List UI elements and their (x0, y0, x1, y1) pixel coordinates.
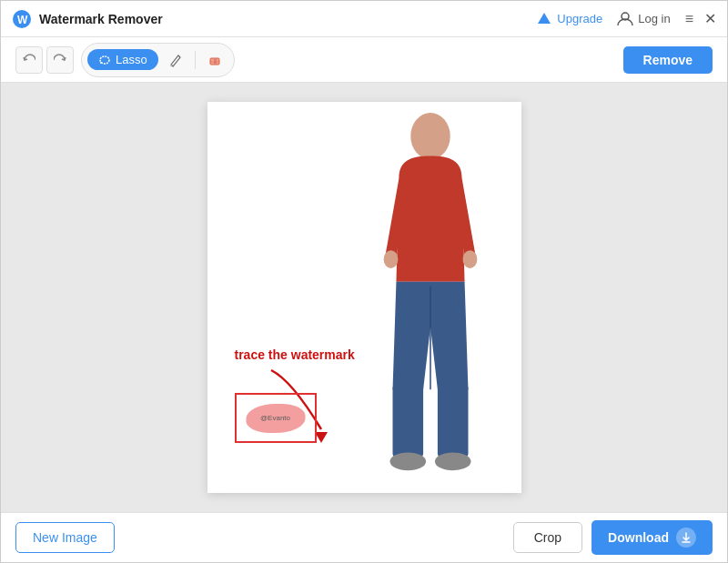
svg-point-14 (389, 452, 426, 470)
bottom-bar: New Image Crop Download (1, 512, 727, 562)
user-icon (617, 11, 633, 27)
close-icon[interactable]: ✕ (704, 12, 716, 26)
menu-icon[interactable]: ≡ (685, 12, 693, 26)
toolbar: Lasso Remove (1, 37, 727, 83)
annotation-text: trace the watermark (235, 347, 355, 362)
window-controls: ≡ ✕ (685, 12, 716, 26)
redo-icon (54, 54, 66, 66)
image-canvas[interactable]: trace the watermark @Evanto (207, 102, 521, 493)
title-right: Upgrade Log in ≡ ✕ (536, 11, 716, 27)
svg-point-10 (383, 250, 398, 268)
new-image-button[interactable]: New Image (15, 522, 115, 553)
watermark-selection-box: @Evanto (235, 393, 317, 443)
lasso-tool-button[interactable]: Lasso (87, 49, 158, 70)
svg-point-11 (462, 250, 477, 268)
app-logo-icon: W (12, 9, 32, 29)
svg-text:W: W (17, 14, 28, 26)
brush-tool-button[interactable] (162, 46, 189, 74)
undo-button[interactable] (15, 46, 43, 74)
svg-rect-13 (437, 385, 468, 457)
redo-button[interactable] (46, 46, 74, 74)
app-title: Watermark Remover (39, 12, 163, 26)
download-arrow-icon (681, 532, 692, 543)
tool-divider (195, 51, 196, 69)
remove-button[interactable]: Remove (623, 46, 713, 74)
watermark-blob: @Evanto (246, 404, 305, 433)
download-button[interactable]: Download (592, 520, 713, 555)
title-bar: W Watermark Remover Upgrade Log in ≡ ✕ (1, 1, 727, 37)
tool-group: Lasso (81, 43, 235, 77)
person-figure (358, 111, 503, 488)
undo-icon (23, 54, 35, 66)
eraser-tool-button[interactable] (201, 46, 228, 74)
title-left: W Watermark Remover (12, 9, 163, 29)
crop-button[interactable]: Crop (513, 522, 582, 553)
main-canvas-area: trace the watermark @Evanto (1, 83, 727, 512)
svg-marker-17 (315, 432, 328, 443)
history-controls (15, 46, 74, 74)
svg-rect-12 (392, 385, 423, 457)
upgrade-button[interactable]: Upgrade (536, 11, 602, 27)
brush-icon (168, 53, 183, 67)
annotation-group: trace the watermark (235, 347, 355, 366)
download-icon (676, 528, 696, 548)
upgrade-icon (536, 11, 552, 27)
svg-rect-7 (214, 58, 217, 65)
eraser-icon (207, 53, 222, 67)
svg-point-15 (434, 452, 470, 470)
lasso-icon (98, 54, 111, 66)
svg-point-5 (100, 62, 102, 64)
svg-marker-2 (538, 13, 551, 24)
svg-point-9 (410, 113, 450, 159)
login-button[interactable]: Log in (617, 11, 670, 27)
watermark-label-text: @Evanto (260, 414, 290, 422)
